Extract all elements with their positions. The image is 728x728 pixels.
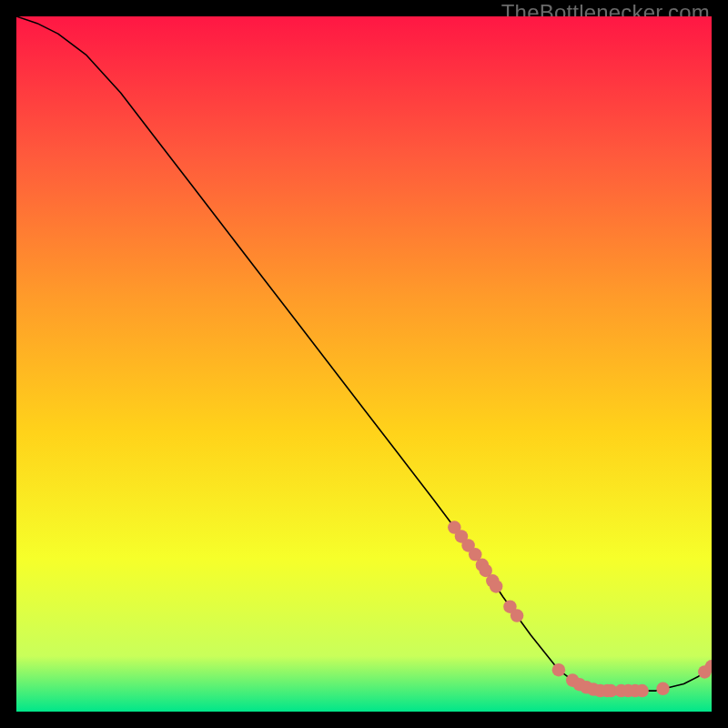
data-point [490, 580, 503, 593]
data-point [656, 682, 670, 696]
heatmap-background [16, 16, 712, 712]
data-point [552, 663, 566, 677]
data-point [511, 609, 524, 622]
chart-canvas: TheBottlenecker.com [0, 0, 728, 728]
bottleneck-chart [16, 16, 712, 712]
data-point [635, 684, 649, 698]
